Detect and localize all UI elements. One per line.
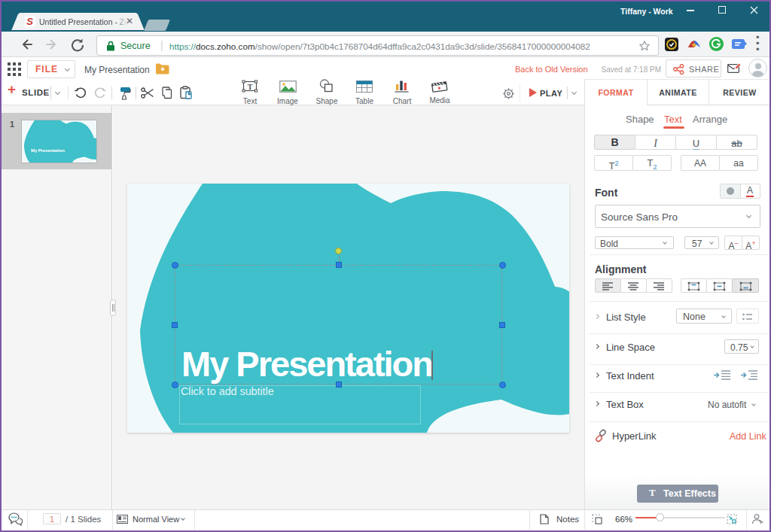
svg-text:T: T bbox=[248, 83, 253, 91]
